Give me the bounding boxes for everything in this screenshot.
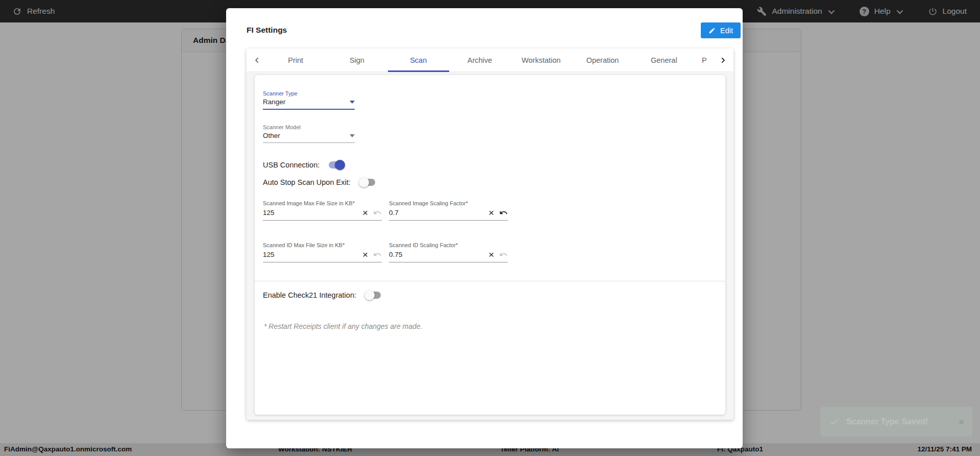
field-label: Scanned Image Scaling Factor* <box>389 200 508 206</box>
edit-button-label: Edit <box>720 27 733 35</box>
scan-settings-panel: Scanner Type Ranger Scanner Model Other … <box>255 75 725 415</box>
clear-icon[interactable]: × <box>488 250 494 259</box>
toast-close-icon[interactable]: × <box>959 417 964 427</box>
scanner-type-value: Ranger <box>263 98 350 106</box>
field-label: Scanned Image Max File Size in KB* <box>263 200 382 206</box>
dropdown-arrow-icon <box>350 101 355 104</box>
tab-operation[interactable]: Operation <box>572 49 633 71</box>
toggle-knob <box>335 160 345 170</box>
usb-connection-toggle[interactable] <box>328 160 345 170</box>
scanned-image-scaling-input[interactable]: 0.7 <box>389 209 483 217</box>
scanned-image-max-size-input[interactable]: 125 <box>263 209 357 217</box>
auto-stop-scan-toggle[interactable] <box>359 177 376 187</box>
clear-icon[interactable]: × <box>488 208 494 218</box>
scanned-id-max-size-field: Scanned ID Max File Size in KB* 125 × <box>263 242 382 262</box>
toast-message: Scanner Type Saved! <box>846 417 928 426</box>
settings-tab-group: Print Sign Scan Archive Workstation Oper… <box>247 49 733 420</box>
check21-label: Enable Check21 Integration: <box>263 291 356 299</box>
tabs-scroll-right-button[interactable] <box>715 49 730 71</box>
clear-icon[interactable]: × <box>362 250 368 259</box>
tab-archive[interactable]: Archive <box>449 49 510 71</box>
tab-general[interactable]: General <box>633 49 695 71</box>
undo-icon <box>373 250 382 259</box>
scanner-model-value: Other <box>263 132 350 139</box>
field-label: Scanned ID Max File Size in KB* <box>263 242 382 248</box>
chevron-left-icon <box>254 57 261 64</box>
fi-settings-dialog: FI Settings Edit Print Sign Scan Archive… <box>226 8 743 448</box>
undo-icon[interactable] <box>499 208 508 217</box>
tab-scan[interactable]: Scan <box>388 49 449 71</box>
scanned-image-max-size-field: Scanned Image Max File Size in KB* 125 × <box>263 200 382 221</box>
scanner-model-label: Scanner Model <box>263 124 355 130</box>
scanner-type-select[interactable]: Scanner Type Ranger <box>263 90 355 110</box>
pencil-icon <box>708 27 716 34</box>
tab-workstation[interactable]: Workstation <box>510 49 572 71</box>
toggle-knob <box>364 290 375 300</box>
scanner-type-label: Scanner Type <box>263 90 355 97</box>
tab-strip: Print Sign Scan Archive Workstation Oper… <box>247 49 733 72</box>
toggle-knob <box>359 177 369 187</box>
check21-toggle[interactable] <box>364 290 382 300</box>
tab-truncated[interactable]: P <box>695 49 715 71</box>
scanned-id-scaling-field: Scanned ID Scaling Factor* 0.75 × <box>389 242 508 262</box>
usb-connection-label: USB Connection: <box>263 161 320 169</box>
restart-note: * Restart Receipts client if any changes… <box>264 322 717 330</box>
field-label: Scanned ID Scaling Factor* <box>389 242 508 248</box>
dialog-title: FI Settings <box>247 26 287 35</box>
tabs-scroll-left-button[interactable] <box>250 49 265 71</box>
scanned-image-scaling-field: Scanned Image Scaling Factor* 0.7 × <box>389 200 508 221</box>
tab-print[interactable]: Print <box>265 49 326 71</box>
check-icon <box>829 417 839 427</box>
undo-icon <box>499 250 508 259</box>
toast-scanner-saved: Scanner Type Saved! × <box>821 407 972 437</box>
clear-icon[interactable]: × <box>362 208 368 218</box>
tab-sign[interactable]: Sign <box>326 49 387 71</box>
chevron-right-icon <box>719 57 726 64</box>
scanned-id-max-size-input[interactable]: 125 <box>263 251 357 258</box>
auto-stop-scan-label: Auto Stop Scan Upon Exit: <box>263 178 351 186</box>
undo-icon <box>373 208 382 217</box>
scanned-id-scaling-input[interactable]: 0.75 <box>389 251 483 258</box>
edit-button[interactable]: Edit <box>701 22 741 38</box>
screen: Refresh Administration ? Help Logout Adm… <box>0 0 980 456</box>
section-divider <box>255 281 725 281</box>
scanner-model-select[interactable]: Scanner Model Other <box>263 124 355 143</box>
dropdown-arrow-icon <box>350 134 355 137</box>
